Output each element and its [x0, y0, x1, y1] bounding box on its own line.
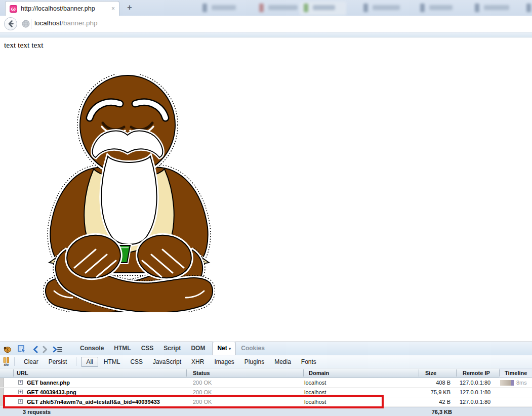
filter-html[interactable]: HTML — [99, 357, 125, 366]
net-summary-row: 3 requests 76,3 KB — [0, 407, 532, 416]
column-status[interactable]: Status — [193, 370, 210, 376]
guru-mustache — [93, 131, 163, 157]
net-request-list: + GET banner.php 200 OK localhost 408 B … — [0, 378, 532, 407]
clear-button[interactable]: Clear — [19, 358, 44, 365]
column-url[interactable]: URL — [17, 370, 28, 376]
filter-css[interactable]: CSS — [126, 357, 147, 366]
timeline-bar — [500, 380, 511, 386]
request-url[interactable]: GET 40039433.png — [27, 389, 76, 395]
guru-head — [80, 75, 175, 175]
request-domain: localhost — [304, 399, 326, 405]
net-options-caret-icon[interactable]: ▾ — [229, 346, 231, 351]
filter-images[interactable]: Images — [210, 357, 238, 366]
tab-title: http://localhost/banner.php — [21, 5, 109, 12]
net-table-header: URL Status Domain Size Remote IP Timelin… — [0, 368, 532, 378]
expand-row-icon[interactable]: + — [18, 390, 23, 394]
web-page-content: text text text — [0, 37, 532, 342]
url-path: /banner.php — [61, 19, 97, 27]
page-body-text: text text text — [4, 40, 43, 50]
toolbar-separator — [14, 357, 15, 366]
request-status: 200 OK — [193, 399, 212, 405]
browser-tab-strip: ω http://localhost/banner.php × + — [0, 0, 532, 16]
filter-plugins[interactable]: Plugins — [240, 357, 269, 366]
total-size: 76,3 KB — [410, 409, 452, 415]
filter-all[interactable]: All — [81, 357, 98, 367]
back-button[interactable] — [4, 17, 17, 30]
request-status: 200 OK — [193, 380, 212, 386]
new-tab-button[interactable]: + — [123, 3, 136, 13]
request-time: 8ms — [516, 380, 527, 386]
svg-text:xhr: xhr — [4, 363, 9, 366]
tab-close-icon[interactable]: × — [111, 6, 115, 12]
browser-tab[interactable]: ω http://localhost/banner.php × — [5, 1, 119, 16]
command-line-icon[interactable] — [53, 346, 63, 353]
request-remote-ip: 127.0.0.1:80 — [460, 380, 490, 386]
back-history-icon[interactable] — [32, 346, 38, 353]
request-size: 42 B — [410, 399, 451, 405]
firebug-main-toolbar: Console HTML CSS Script DOM Net▾ Cookies — [0, 342, 532, 355]
firebug-tab-dom[interactable]: DOM — [186, 342, 210, 355]
firebug-panel: Console HTML CSS Script DOM Net▾ Cookies… — [0, 342, 532, 416]
request-size: 75,9 KB — [410, 389, 451, 395]
column-size[interactable]: Size — [425, 370, 436, 376]
request-remote-ip: 127.0.0.1:80 — [460, 389, 490, 395]
filter-fonts[interactable]: Fonts — [297, 357, 321, 366]
back-arrow-icon — [7, 20, 15, 28]
filter-javascript[interactable]: JavaScript — [148, 357, 186, 366]
request-domain: localhost — [304, 389, 326, 395]
request-size: 408 B — [410, 380, 451, 386]
request-count: 3 requests — [23, 409, 51, 415]
url-bar[interactable]: localhost/banner.php — [34, 19, 98, 27]
expand-row-icon[interactable]: + — [18, 380, 23, 385]
persist-button[interactable]: Persist — [44, 358, 72, 365]
table-row[interactable]: + GET banner.php 200 OK localhost 408 B … — [0, 378, 532, 388]
break-on-xhr-icon[interactable]: xhr — [3, 357, 10, 366]
filter-xhr[interactable]: XHR — [187, 357, 209, 366]
firebug-icon[interactable] — [3, 346, 12, 353]
firebug-tab-script[interactable]: Script — [158, 342, 186, 355]
request-domain: localhost — [304, 380, 326, 386]
table-row[interactable]: + GET 40039433.png 200 OK localhost 75,9… — [0, 388, 532, 397]
url-host: localhost — [34, 19, 61, 27]
toolbar-separator — [76, 357, 76, 366]
request-url[interactable]: GET zhki57n4awm?a_aid=testaff&a_bid=4003… — [27, 399, 160, 405]
column-remote-ip[interactable]: Remote IP — [463, 370, 490, 376]
expand-row-icon[interactable]: + — [18, 399, 23, 404]
filter-media[interactable]: Media — [270, 357, 296, 366]
net-filter-toolbar: xhr Clear Persist All HTML CSS JavaScrip… — [0, 355, 532, 368]
browser-navbar: localhost/banner.php — [0, 16, 532, 32]
firebug-tab-net[interactable]: Net▾ — [212, 342, 236, 355]
forward-history-icon[interactable] — [42, 346, 48, 353]
inspect-element-icon[interactable] — [18, 345, 26, 353]
firebug-tab-console[interactable]: Console — [75, 342, 109, 355]
timeline-bar-segment — [511, 380, 514, 386]
firebug-tab-css[interactable]: CSS — [136, 342, 159, 355]
guru-beard — [101, 156, 156, 244]
column-domain[interactable]: Domain — [309, 370, 329, 376]
column-timeline[interactable]: Timeline — [505, 370, 527, 376]
guru-banner-image — [43, 74, 215, 312]
request-url[interactable]: GET banner.php — [27, 380, 70, 386]
firebug-tab-html[interactable]: HTML — [109, 342, 136, 355]
urlbar-divider — [31, 19, 31, 29]
globe-icon — [22, 20, 30, 28]
request-remote-ip: 127.0.0.1:80 — [460, 399, 490, 405]
navbar-bottom-strip — [0, 32, 532, 37]
table-row-highlighted[interactable]: + GET zhki57n4awm?a_aid=testaff&a_bid=40… — [0, 397, 532, 407]
wampserver-favicon-icon: ω — [10, 5, 17, 13]
request-status: 200 OK — [193, 389, 212, 395]
firebug-tab-cookies[interactable]: Cookies — [236, 342, 270, 355]
